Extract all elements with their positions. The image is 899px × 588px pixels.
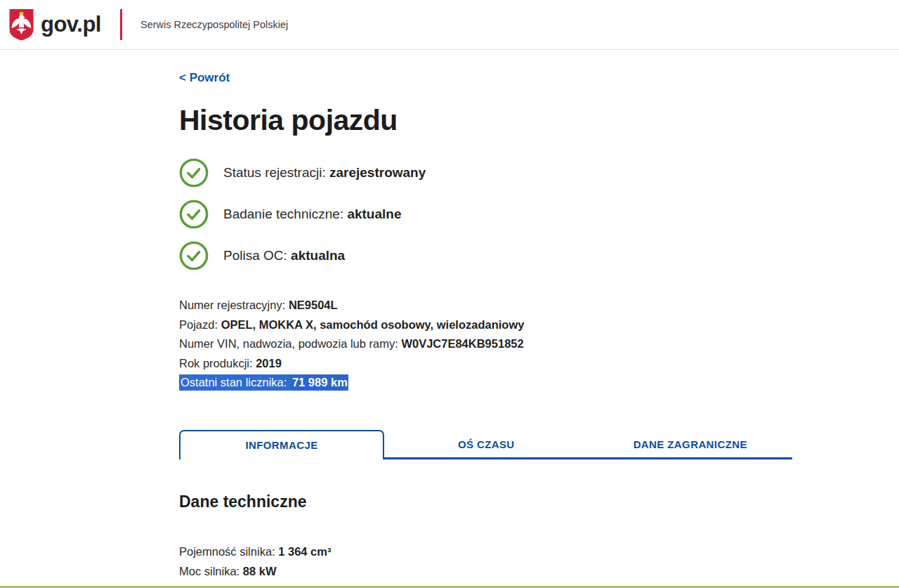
status-label: Polisa OC: (223, 248, 291, 263)
detail-label: Rok produkcji: (179, 357, 256, 370)
status-label: Badanie techniczne: (223, 207, 347, 221)
status-text: Badanie techniczne: aktualne (223, 207, 402, 222)
field-value: 1 364 cm³ (278, 545, 331, 558)
detail-value: NE9504L (289, 299, 338, 311)
detail-odometer: Ostatni stan licznika: 71 989 km (179, 373, 792, 393)
main-content: < Powrót Historia pojazdu Status rejestr… (179, 50, 792, 581)
check-circle-icon (179, 158, 209, 188)
field-label: Moc silnika: (179, 565, 243, 577)
tab-dane-zagraniczne[interactable]: DANE ZAGRANICZNE (589, 430, 793, 459)
header-divider (120, 9, 122, 40)
detail-value: W0VJC7E84KB951852 (401, 337, 523, 350)
status-value: aktualne (347, 207, 401, 221)
detail-label: Numer VIN, nadwozia, podwozia lub ramy: (179, 337, 401, 350)
tab-informacje[interactable]: INFORMACJE (179, 430, 384, 459)
field-value: 88 kW (243, 565, 277, 577)
site-header: gov.pl Serwis Rzeczypospolitej Polskiej (0, 0, 899, 50)
site-tagline: Serwis Rzeczypospolitej Polskiej (140, 19, 288, 30)
detail-vin: Numer VIN, nadwozia, podwozia lub ramy: … (179, 334, 792, 354)
section-title-dane-techniczne: Dane techniczne (179, 492, 792, 511)
brand-name: gov.pl (41, 12, 101, 37)
back-link[interactable]: < Powrót (179, 71, 230, 85)
technical-fields: Pojemność silnika: 1 364 cm³ Moc silnika… (179, 542, 792, 581)
field-engine-capacity: Pojemność silnika: 1 364 cm³ (179, 542, 792, 561)
field-label: Pojemność silnika: (179, 545, 278, 558)
tab-bar: INFORMACJE OŚ CZASU DANE ZAGRANICZNE (179, 430, 792, 459)
status-row-registration: Status rejestracji: zarejestrowany (179, 158, 792, 188)
status-value: aktualna (291, 248, 345, 263)
polish-eagle-emblem-icon (8, 9, 34, 41)
detail-production-year: Rok produkcji: 2019 (179, 354, 792, 374)
detail-value: 2019 (256, 357, 282, 370)
check-circle-icon (179, 200, 209, 229)
page-title: Historia pojazdu (179, 104, 792, 137)
govpl-logo[interactable]: gov.pl (8, 9, 101, 41)
tab-os-czasu[interactable]: OŚ CZASU (384, 430, 589, 459)
status-row-insurance: Polisa OC: aktualna (179, 241, 792, 270)
vehicle-details: Numer rejestracyjny: NE9504L Pojazd: OPE… (179, 296, 792, 393)
status-list: Status rejestracji: zarejestrowany Badan… (179, 158, 792, 270)
detail-value-highlighted: 71 989 km (291, 374, 348, 391)
status-value: zarejestrowany (329, 165, 426, 180)
detail-label: Ostatni stan licznika: (179, 374, 291, 391)
field-engine-power: Moc silnika: 88 kW (179, 561, 792, 581)
detail-vehicle: Pojazd: OPEL, MOKKA X, samochód osobowy,… (179, 315, 792, 335)
status-label: Status rejestracji: (223, 165, 329, 180)
status-row-inspection: Badanie techniczne: aktualne (179, 200, 792, 229)
detail-label: Pojazd: (179, 318, 221, 331)
detail-registration-number: Numer rejestracyjny: NE9504L (179, 296, 792, 315)
status-text: Status rejestracji: zarejestrowany (223, 165, 426, 181)
detail-label: Numer rejestracyjny: (179, 299, 289, 311)
status-text: Polisa OC: aktualna (223, 248, 345, 263)
detail-value: OPEL, MOKKA X, samochód osobowy, wieloza… (221, 318, 525, 331)
check-circle-icon (179, 241, 209, 270)
